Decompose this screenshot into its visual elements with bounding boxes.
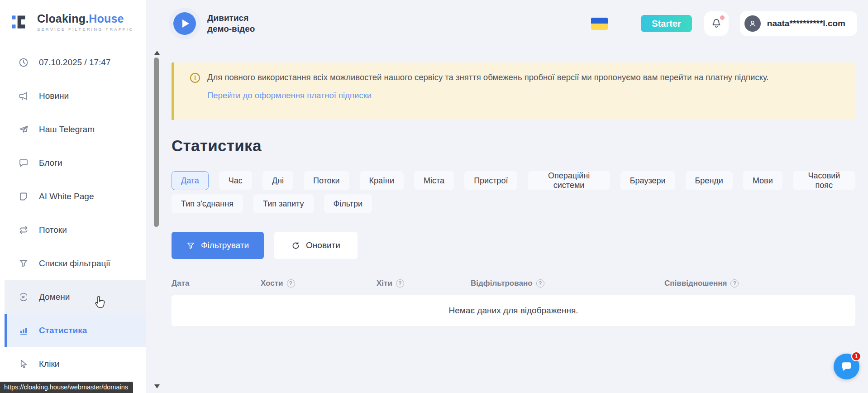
bar-chart-icon	[18, 325, 29, 336]
sidebar-item-label: Статистика	[39, 326, 87, 335]
banner-text: Для повного використання всіх можливосте…	[207, 72, 841, 83]
filter-chip-chasovyi-poias[interactable]: Часовий пояс	[793, 171, 855, 190]
brand-tagline: SERVICE FILTERING TRAFFIC	[37, 27, 134, 32]
filter-chips-row2: Тип з'єднання Тип запиту Фільтри	[172, 194, 855, 213]
sidebar-item-label: Наш Telegram	[39, 125, 95, 134]
filter-button[interactable]: Фільтрувати	[172, 232, 264, 259]
empty-state: Немає даних для відображення.	[172, 295, 855, 326]
filter-chip-dni[interactable]: Дні	[262, 171, 293, 190]
plan-badge[interactable]: Starter	[641, 15, 692, 32]
column-header-hits: Хіти	[377, 279, 471, 288]
filter-chip-brendy[interactable]: Бренди	[686, 171, 733, 190]
repeat-arrows-icon	[18, 225, 29, 235]
megaphone-icon	[18, 91, 29, 101]
filter-chip-potoky[interactable]: Потоки	[304, 171, 349, 190]
sidebar-item-label: 07.10.2025 / 17:47	[39, 58, 110, 67]
sidebar-nav: 07.10.2025 / 17:47 Новини Наш Telegram	[0, 46, 146, 381]
cursor-arrow-icon	[18, 359, 29, 369]
telegram-icon	[18, 124, 29, 135]
sidebar-item-label: Потоки	[39, 225, 67, 235]
sidebar-item-ai-white-page[interactable]: AI White Page	[5, 180, 146, 213]
filter-chip-brauzery[interactable]: Браузери	[620, 171, 675, 190]
chat-icon	[840, 360, 853, 373]
filter-chip-typ-zapytu[interactable]: Тип запиту	[253, 194, 314, 213]
sidebar-item-label: AI White Page	[39, 192, 94, 201]
browser-status-url: https://cloaking.house/webmaster/domains	[0, 382, 133, 393]
sidebar-item-domains[interactable]: Домени	[5, 280, 146, 314]
filter-chip-chas[interactable]: Час	[219, 171, 252, 190]
warning-icon	[190, 73, 200, 83]
filter-chip-krainy[interactable]: Країни	[360, 171, 404, 190]
page-icon	[18, 191, 29, 202]
play-icon	[182, 19, 189, 28]
sidebar-item-news[interactable]: Новини	[5, 79, 146, 113]
help-icon[interactable]	[287, 279, 295, 288]
actions-row: Фільтрувати Оновити	[172, 232, 855, 259]
sidebar-item-label: Блоги	[39, 158, 62, 168]
demo-video-label[interactable]: Дивитися демо-відео	[207, 13, 268, 34]
filter-chip-data[interactable]: Дата	[172, 171, 209, 190]
sidebar-item-label: Списки фільтрації	[39, 259, 110, 268]
filter-chip-typ-ziednannia[interactable]: Тип з'єднання	[172, 194, 243, 213]
main-content: Для повного використання всіх можливосте…	[172, 47, 855, 326]
scrollbar-up-arrow[interactable]	[154, 51, 160, 55]
www-icon	[18, 292, 29, 302]
scrollbar-down-arrow[interactable]	[154, 384, 160, 388]
column-header-hosts: Хости	[261, 279, 377, 288]
filter-chip-filtry[interactable]: Фільтри	[324, 194, 372, 213]
filter-chip-mista[interactable]: Міста	[414, 171, 454, 190]
empty-state-text: Немає даних для відображення.	[449, 306, 578, 316]
filter-chip-prystroi[interactable]: Пристрої	[464, 171, 517, 190]
filter-chips-row1: Дата Час Дні Потоки Країни Міста Пристро…	[172, 171, 855, 190]
sidebar-item-clicks[interactable]: Кліки	[5, 347, 146, 381]
refresh-icon	[291, 241, 300, 250]
demo-video-play-button[interactable]	[173, 12, 196, 35]
stats-table-header: Дата Хости Хіти Відфільтровано Співвідно…	[172, 279, 855, 288]
sidebar-item-statistics[interactable]: Статистика	[5, 314, 146, 347]
funnel-icon	[186, 241, 195, 250]
clock-icon	[18, 57, 29, 68]
sidebar-item-telegram[interactable]: Наш Telegram	[5, 113, 146, 146]
refresh-button[interactable]: Оновити	[274, 232, 358, 259]
user-menu[interactable]: naata**********l.com	[740, 11, 857, 36]
language-flag-ukraine[interactable]	[591, 18, 608, 30]
brand-name: Cloaking.House	[37, 12, 124, 25]
page-title: Статистика	[172, 137, 855, 155]
column-header-filtered: Відфільтровано	[471, 279, 664, 288]
sidebar-item-label: Кліки	[39, 359, 59, 369]
help-icon[interactable]	[536, 279, 544, 288]
filter-chip-os[interactable]: Операційні системи	[528, 171, 610, 190]
logo-mark-icon	[11, 12, 31, 32]
trial-warning-banner: Для повного використання всіх можливосте…	[172, 62, 855, 120]
user-email: naata**********l.com	[767, 19, 845, 29]
sidebar-item-datetime: 07.10.2025 / 17:47	[5, 46, 146, 79]
sidebar-item-blogs[interactable]: Блоги	[5, 146, 146, 180]
chat-widget-button[interactable]: 1	[834, 354, 859, 379]
chat-unread-badge: 1	[851, 351, 861, 361]
help-icon[interactable]	[730, 279, 739, 288]
subscribe-link[interactable]: Перейти до оформлення платної підписки	[207, 91, 372, 101]
avatar	[744, 15, 761, 32]
sidebar-item-label: Новини	[39, 91, 69, 101]
sidebar-item-filter-lists[interactable]: Списки фільтрації	[5, 247, 146, 280]
notification-dot	[720, 15, 725, 20]
notifications-button[interactable]	[704, 11, 729, 36]
sidebar-item-streams[interactable]: Потоки	[5, 213, 146, 247]
chat-bubble-icon	[18, 158, 29, 168]
scrollbar-thumb[interactable]	[154, 58, 159, 227]
topbar: Дивитися демо-відео Starter naata*******…	[146, 0, 868, 47]
funnel-icon	[18, 258, 29, 269]
help-icon[interactable]	[396, 279, 404, 288]
sidebar-item-label: Домени	[39, 292, 70, 302]
filter-chip-movy[interactable]: Мови	[743, 171, 782, 190]
logo[interactable]: Cloaking.House SERVICE FILTERING TRAFFIC	[0, 0, 146, 32]
column-header-date: Дата	[172, 279, 261, 288]
sidebar: Cloaking.House SERVICE FILTERING TRAFFIC…	[0, 0, 146, 393]
column-header-ratio: Співвідношення	[664, 279, 855, 288]
